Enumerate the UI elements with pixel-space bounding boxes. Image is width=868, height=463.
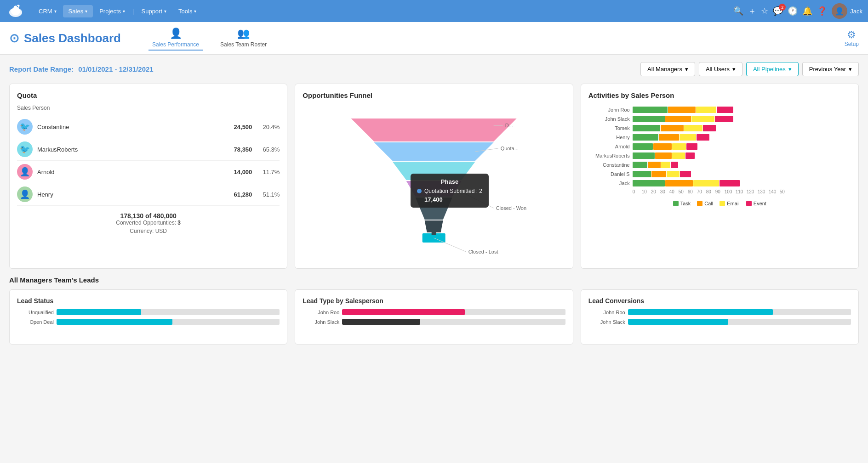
all-pipelines-filter[interactable]: All Pipelines ▾ (746, 62, 799, 76)
funnel-container: D... Quota... Closed - Won Closed - Lost… (303, 105, 565, 261)
all-managers-filter[interactable]: All Managers ▾ (640, 62, 695, 76)
bar-event-henry (697, 134, 709, 141)
help-icon[interactable]: ❓ (817, 6, 827, 16)
bar-call-jack (665, 180, 693, 186)
notification-icon[interactable]: 💬 2 (773, 6, 783, 16)
legend-task: Task (673, 201, 691, 206)
dashboard-row: Quota Sales Person 🐦 Constantine 24,500 … (9, 84, 859, 269)
quota-currency: Currency: USD (17, 228, 280, 234)
all-users-filter[interactable]: All Users ▾ (699, 62, 742, 76)
legend-call-dot (697, 201, 702, 206)
activity-row-johnroo: John Roo (588, 107, 851, 113)
quota-name-markus: MarkusRoberts (37, 146, 234, 153)
avatar-arnold: 👤 (17, 164, 33, 180)
opendeal-fill (57, 319, 172, 325)
quota-row-constantine: 🐦 Constantine 24,500 20.4% (17, 116, 280, 138)
page-title: ⊙ Sales Dashboard (9, 31, 121, 45)
avatar-constantine: 🐦 (17, 119, 33, 135)
date-range: Report Date Range: 01/01/2021 - 12/31/20… (9, 65, 154, 73)
bar-task-tomek (633, 125, 660, 131)
nav-sales[interactable]: Sales ▾ (63, 5, 93, 17)
lead-conv-johnslack-row: John Slack (588, 319, 851, 325)
activities-chart: John Roo John Slack (588, 105, 851, 196)
lead-conv-johnroo-row: John Roo (588, 309, 851, 315)
users-chevron-icon: ▾ (732, 66, 736, 73)
quota-converted: Converted Opportunties: 3 (17, 220, 280, 226)
quota-amount-henry: 61,280 (234, 191, 252, 198)
leads-section-title: All Managers Team's Leads (9, 276, 859, 284)
bar-email-daniels (667, 171, 680, 177)
nav-support[interactable]: Support ▾ (136, 5, 172, 17)
svg-text:Quota...: Quota... (501, 146, 519, 151)
tools-chevron-icon: ▾ (194, 9, 196, 14)
star-icon[interactable]: ☆ (761, 6, 768, 16)
lead-type-johnroo-track (342, 309, 565, 315)
app-logo[interactable] (6, 3, 26, 19)
svg-rect-10 (432, 232, 436, 235)
tab-sales-team-roster[interactable]: 👥 Sales Team Roster (217, 26, 270, 51)
lead-type-johnslack-track (342, 319, 565, 325)
support-chevron-icon: ▾ (164, 9, 166, 14)
avatar-markus: 🐦 (17, 141, 33, 157)
clock-icon[interactable]: 🕐 (788, 6, 798, 16)
gear-icon: ⚙ (845, 29, 859, 41)
activity-row-arnold: Arnold (588, 143, 851, 150)
nav-projects[interactable]: Projects ▾ (94, 5, 131, 17)
bar-call-johnroo (668, 107, 696, 113)
svg-marker-8 (425, 220, 443, 232)
quota-row-arnold: 👤 Arnold 14,000 11.7% (17, 161, 280, 183)
bar-call-daniels (651, 171, 666, 177)
bar-email-constantine (661, 162, 670, 168)
bar-event-constantine (671, 162, 678, 168)
bar-task-jack (633, 180, 665, 186)
funnel-title: Opportunities Funnel (303, 91, 565, 99)
bell-icon[interactable]: 🔔 (802, 6, 812, 16)
bar-email-johnslack (691, 116, 714, 122)
bar-task-daniels (633, 171, 651, 177)
bar-email-arnold (672, 143, 686, 150)
lead-opendeal-row: Open Deal (17, 319, 280, 325)
legend-event: Event (746, 201, 766, 206)
sales-chevron-icon: ▾ (85, 9, 87, 14)
bar-event-jack (720, 180, 740, 186)
lead-conversions-card: Lead Conversions John Roo John Slack (581, 289, 859, 344)
bar-event-arnold (686, 143, 697, 150)
top-menu: CRM ▾ Sales ▾ Projects ▾ | Support ▾ Too… (33, 5, 731, 17)
bar-call-henry (659, 134, 679, 141)
activities-xaxis: 0 10 20 30 40 50 60 70 80 90 100 110 120… (633, 189, 851, 194)
lead-type-johnroo-row: John Roo (303, 309, 565, 315)
bar-task-markus (633, 152, 655, 159)
bar-call-arnold (653, 143, 672, 150)
tab-sales-performance[interactable]: 👤 Sales Performance (148, 26, 203, 51)
year-chevron-icon: ▾ (849, 66, 852, 73)
quota-total: 178,130 of 480,000 (17, 212, 280, 220)
previous-year-filter[interactable]: Previous Year ▾ (802, 62, 859, 76)
activity-row-daniels: Daniel S (588, 171, 851, 177)
lead-status-card: Lead Status Unqualified Open Deal (9, 289, 287, 344)
performance-icon: 👤 (170, 28, 182, 40)
filter-bar: Report Date Range: 01/01/2021 - 12/31/20… (9, 62, 859, 76)
quota-pct-markus: 65.3% (259, 146, 280, 153)
quota-pct-arnold: 11.7% (259, 169, 280, 175)
svg-text:Closed - Lost: Closed - Lost (468, 249, 498, 254)
legend-call: Call (697, 201, 713, 206)
lead-conv-johnslack-track (628, 319, 851, 325)
activities-card: Activities by Sales Person John Roo John… (581, 84, 859, 269)
user-avatar[interactable]: 👤 Jack (832, 3, 862, 19)
activity-row-henry: Henry (588, 134, 851, 141)
nav-crm[interactable]: CRM ▾ (33, 5, 62, 17)
quota-subtitle: Sales Person (17, 105, 280, 111)
nav-tools[interactable]: Tools ▾ (173, 5, 202, 17)
bar-task-johnslack (633, 116, 665, 122)
top-navigation: CRM ▾ Sales ▾ Projects ▾ | Support ▾ Too… (0, 0, 868, 22)
add-icon[interactable]: ＋ (748, 6, 756, 17)
user-name: Jack (850, 8, 862, 15)
quota-footer: 178,130 of 480,000 Converted Opportuntie… (17, 212, 280, 234)
quota-amount-constantine: 24,500 (234, 124, 252, 130)
search-icon[interactable]: 🔍 (733, 6, 743, 16)
setup-button[interactable]: ⚙ Setup (845, 29, 859, 47)
avatar-image: 👤 (832, 3, 847, 19)
activity-row-markus: MarkusRoberts (588, 152, 851, 159)
lead-type-title: Lead Type by Salesperson (303, 297, 565, 305)
quota-name-henry: Henry (37, 191, 234, 198)
